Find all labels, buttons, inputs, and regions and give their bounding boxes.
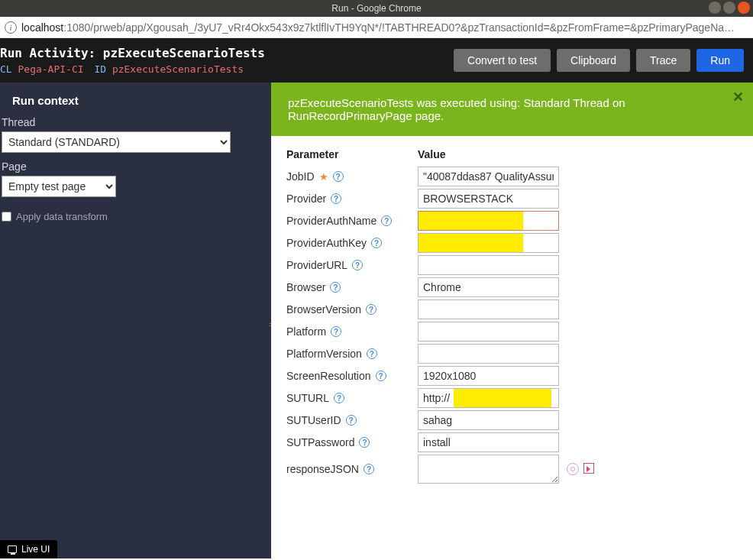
parameter-label: ProviderURL? [286, 259, 418, 271]
chrome-titlebar: Run - Google Chrome [0, 0, 753, 17]
help-icon[interactable]: ? [371, 238, 382, 248]
parameter-label-text: ScreenResolution [286, 370, 371, 382]
banner-close-icon[interactable]: ✕ [732, 89, 744, 105]
parameter-row: SUTUserID? [286, 410, 738, 430]
help-icon[interactable]: ? [331, 193, 341, 204]
header-toolbar: Convert to test Clipboard Trace Run [454, 49, 744, 72]
parameter-row: SUTPassword? [286, 432, 738, 452]
parameter-row: Provider? [286, 189, 738, 209]
browser-urlbar[interactable]: i localhost:1080/prweb/app/Xgousah_/3yU7… [0, 17, 753, 38]
banner-text: pzExecuteScenarioTests was executed usin… [288, 96, 625, 122]
help-icon[interactable]: ? [346, 415, 357, 426]
parameter-label: JobID★? [286, 170, 418, 183]
parameter-label: ProviderAuthKey? [286, 237, 418, 249]
help-icon[interactable]: ? [330, 282, 341, 293]
app-body: Run context Thread Standard (STANDARD) P… [0, 83, 753, 558]
parameter-label-text: ProviderAuthName [286, 215, 376, 227]
parameter-label: ScreenResolution? [286, 370, 418, 382]
help-icon[interactable]: ? [364, 464, 374, 474]
window-maximize-button[interactable] [723, 2, 735, 14]
convert-to-test-button[interactable]: Convert to test [454, 49, 551, 72]
help-icon[interactable]: ? [359, 437, 370, 448]
parameters-table: Parameter Value JobID★?Provider?Provider… [271, 136, 753, 498]
site-info-icon[interactable]: i [5, 21, 17, 34]
window-title: Run - Google Chrome [331, 3, 421, 14]
parameter-row-icons [567, 463, 594, 475]
run-context-panel: Run context Thread Standard (STANDARD) P… [0, 83, 271, 558]
live-ui-button[interactable]: Live UI [0, 540, 57, 558]
success-banner: pzExecuteScenarioTests was executed usin… [271, 83, 753, 136]
page-label: Page [2, 160, 271, 173]
window-close-button[interactable] [738, 2, 750, 14]
run-button[interactable]: Run [696, 49, 744, 72]
parameter-label: SUTURL? [286, 392, 418, 404]
help-icon[interactable]: ? [381, 215, 392, 226]
results-panel: pzExecuteScenarioTests was executed usin… [271, 83, 753, 558]
required-star-icon: ★ [319, 171, 328, 183]
parameter-label-text: BrowserVersion [286, 303, 361, 316]
apply-data-transform-checkbox[interactable] [2, 212, 11, 222]
parameter-label: SUTPassword? [286, 436, 418, 448]
help-icon[interactable]: ? [333, 171, 344, 182]
parameter-label-text: Browser [286, 281, 325, 293]
parameter-input[interactable] [418, 388, 559, 408]
help-icon[interactable]: ? [331, 326, 341, 337]
parameter-input[interactable] [418, 366, 559, 386]
cl-value: Pega-API-CI [18, 63, 83, 75]
parameter-header-label: Parameter [286, 148, 418, 160]
help-icon[interactable]: ? [334, 393, 344, 403]
value-header-label: Value [418, 148, 446, 160]
parameter-label: PlatformVersion? [286, 348, 418, 360]
parameter-label: BrowserVersion? [286, 303, 418, 316]
parameter-label: responseJSON? [286, 463, 418, 475]
parameter-input[interactable] [418, 211, 559, 231]
parameter-label: Browser? [286, 281, 418, 293]
parameter-input[interactable] [418, 167, 559, 186]
parameter-label-text: responseJSON [286, 463, 359, 475]
parameter-input[interactable] [418, 233, 559, 253]
parameter-label-text: SUTURL [286, 392, 329, 404]
parameter-input[interactable] [418, 432, 559, 452]
help-icon[interactable]: ? [366, 304, 376, 315]
parameter-row: responseJSON? [286, 455, 738, 484]
parameter-row: ProviderAuthName? [286, 211, 738, 231]
parameter-label-text: Platform [286, 325, 326, 338]
help-icon[interactable]: ? [352, 260, 363, 270]
parameter-row: ProviderAuthKey? [286, 233, 738, 253]
page-select[interactable]: Empty test page [2, 176, 116, 197]
help-icon[interactable]: ? [376, 371, 386, 381]
parameters-header: Parameter Value [286, 148, 738, 160]
parameter-input[interactable] [418, 455, 559, 484]
parameter-input[interactable] [418, 255, 559, 275]
clipboard-button[interactable]: Clipboard [557, 49, 630, 72]
window-minimize-button[interactable] [709, 2, 721, 14]
apply-data-transform-label: Apply data transform [16, 211, 108, 222]
activity-title: Run Activity: pzExecuteScenarioTests [0, 46, 265, 60]
id-value: pzExecuteScenarioTests [112, 63, 244, 75]
parameter-row: ScreenResolution? [286, 366, 738, 386]
parameter-row: BrowserVersion? [286, 299, 738, 319]
parameter-input[interactable] [418, 410, 559, 430]
parameter-label: SUTUserID? [286, 414, 418, 426]
parameter-input[interactable] [418, 299, 559, 319]
help-icon[interactable]: ? [367, 348, 377, 359]
window-buttons [709, 2, 750, 14]
page-group: Page Empty test page [0, 160, 271, 205]
parameter-label-text: ProviderAuthKey [286, 237, 367, 249]
parameter-input[interactable] [418, 344, 559, 364]
parameter-label: Platform? [286, 325, 418, 338]
parameter-row: Platform? [286, 322, 738, 342]
parameter-row: JobID★? [286, 167, 738, 186]
thread-label: Thread [2, 116, 271, 128]
cl-label: CL [0, 63, 12, 75]
gear-icon[interactable] [567, 463, 579, 475]
parameter-input[interactable] [418, 277, 559, 297]
url-host: localhost [21, 21, 63, 34]
id-label: ID [94, 63, 106, 75]
parameter-label-text: JobID [286, 170, 315, 183]
thread-select[interactable]: Standard (STANDARD) [2, 131, 231, 153]
parameter-input[interactable] [418, 189, 559, 209]
parameter-input[interactable] [418, 322, 559, 342]
export-icon[interactable] [583, 463, 594, 474]
trace-button[interactable]: Trace [636, 49, 690, 72]
